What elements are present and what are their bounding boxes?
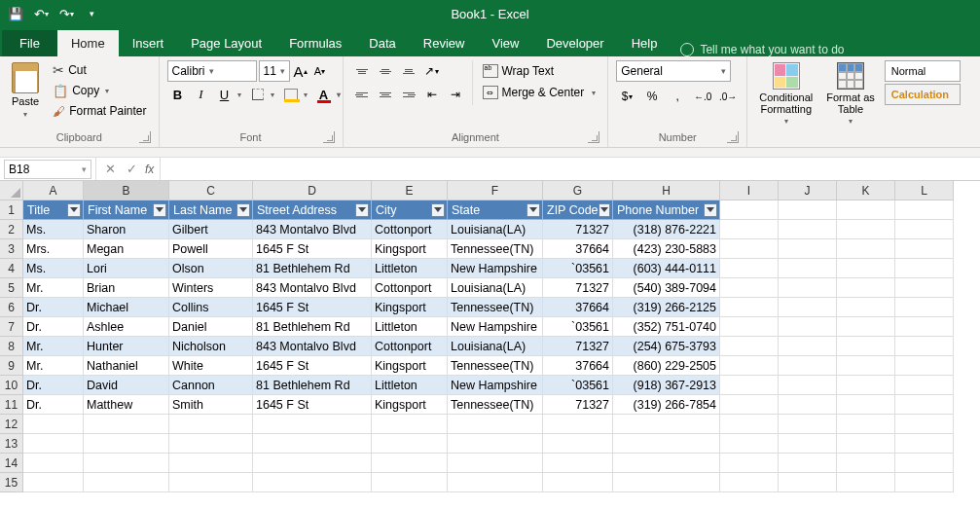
cell-I8[interactable] [720, 337, 779, 356]
filter-button[interactable] [236, 203, 250, 217]
cell-I5[interactable] [720, 278, 779, 298]
cell-B12[interactable] [84, 415, 169, 434]
filter-button[interactable] [599, 203, 610, 217]
cell-C5[interactable]: Winters [169, 278, 253, 298]
cell-J3[interactable] [779, 239, 837, 259]
cell-I13[interactable] [720, 434, 779, 454]
alignment-dialog-launcher[interactable] [588, 131, 599, 143]
cell-G13[interactable] [543, 434, 613, 454]
cell-I10[interactable] [720, 376, 779, 395]
column-header-I[interactable]: I [720, 181, 779, 200]
cell-L12[interactable] [895, 415, 954, 434]
cell-B9[interactable]: Nathaniel [84, 356, 169, 376]
row-header-1[interactable]: 1 [0, 200, 23, 220]
cell-style-normal[interactable]: Normal [885, 60, 961, 82]
cell-C6[interactable]: Collins [169, 298, 253, 317]
cell-L13[interactable] [895, 434, 954, 454]
cell-F4[interactable]: New Hampshire [448, 259, 543, 278]
font-size-combo[interactable]: 11▾ [259, 60, 290, 82]
decrease-decimal-button[interactable]: .0→ [717, 86, 739, 107]
cell-J15[interactable] [779, 473, 837, 492]
cell-L6[interactable] [895, 298, 954, 317]
cell-L5[interactable] [895, 278, 954, 298]
increase-font-button[interactable]: A▴ [292, 60, 309, 82]
cell-A2[interactable]: Ms. [23, 220, 84, 239]
cell-D4[interactable]: 81 Bethlehem Rd [253, 259, 372, 278]
merge-center-button[interactable]: ⇔Merge & Center▾ [479, 82, 600, 103]
cell-E8[interactable]: Cottonport [372, 337, 448, 356]
row-header-6[interactable]: 6 [0, 298, 23, 317]
cell-C15[interactable] [169, 473, 253, 492]
cell-D2[interactable]: 843 Montalvo Blvd [253, 220, 372, 239]
cell-I11[interactable] [720, 395, 779, 415]
cell-K14[interactable] [837, 454, 895, 473]
conditional-formatting-button[interactable]: Conditional Formatting ▾ [755, 60, 817, 127]
cell-K15[interactable] [837, 473, 895, 492]
cell-G4[interactable]: `03561 [543, 259, 613, 278]
cell-B1[interactable]: First Name [84, 200, 169, 220]
cell-G14[interactable] [543, 454, 613, 473]
italic-button[interactable]: I [191, 84, 212, 105]
cell-E11[interactable]: Kingsport [372, 395, 448, 415]
cell-J6[interactable] [779, 298, 837, 317]
cell-G7[interactable]: `03561 [543, 317, 613, 337]
row-header-4[interactable]: 4 [0, 259, 23, 278]
cell-E1[interactable]: City [372, 200, 448, 220]
cell-J1[interactable] [779, 200, 837, 220]
tab-developer[interactable]: Developer [532, 30, 617, 56]
cell-F9[interactable]: Tennessee(TN) [448, 356, 543, 376]
decrease-font-button[interactable]: A▾ [311, 60, 329, 82]
cell-J14[interactable] [779, 454, 837, 473]
tab-help[interactable]: Help [618, 30, 671, 56]
cell-B15[interactable] [84, 473, 169, 492]
cell-C14[interactable] [169, 454, 253, 473]
cell-L2[interactable] [895, 220, 954, 239]
cell-H3[interactable]: (423) 230-5883 [613, 239, 720, 259]
cell-D14[interactable] [253, 454, 372, 473]
cell-K7[interactable] [837, 317, 895, 337]
cell-K2[interactable] [837, 220, 895, 239]
orientation-button[interactable]: ↗▾ [421, 60, 443, 82]
row-header-5[interactable]: 5 [0, 278, 23, 298]
cell-J4[interactable] [779, 259, 837, 278]
cell-E5[interactable]: Cottonport [372, 278, 448, 298]
cell-E2[interactable]: Cottonport [372, 220, 448, 239]
cell-K11[interactable] [837, 395, 895, 415]
save-icon[interactable]: 💾 [4, 4, 27, 23]
column-header-F[interactable]: F [448, 181, 543, 200]
number-dialog-launcher[interactable] [727, 131, 739, 143]
cell-A11[interactable]: Dr. [23, 395, 84, 415]
number-format-combo[interactable]: General▾ [616, 60, 731, 82]
cell-L8[interactable] [895, 337, 954, 356]
cell-L4[interactable] [895, 259, 954, 278]
cell-J8[interactable] [779, 337, 837, 356]
cell-F6[interactable]: Tennessee(TN) [448, 298, 543, 317]
cell-D10[interactable]: 81 Bethlehem Rd [253, 376, 372, 395]
row-header-3[interactable]: 3 [0, 239, 23, 259]
tab-file[interactable]: File [2, 30, 57, 56]
cell-B11[interactable]: Matthew [84, 395, 169, 415]
cell-C11[interactable]: Smith [169, 395, 253, 415]
cell-K1[interactable] [837, 200, 895, 220]
fx-label[interactable]: fx [145, 163, 154, 176]
font-name-combo[interactable]: Calibri▾ [167, 60, 257, 82]
cell-I4[interactable] [720, 259, 779, 278]
cell-K8[interactable] [837, 337, 895, 356]
paste-button[interactable]: Paste▾ [8, 60, 43, 122]
cell-B8[interactable]: Hunter [84, 337, 169, 356]
cell-K9[interactable] [837, 356, 895, 376]
cell-E12[interactable] [372, 415, 448, 434]
copy-button[interactable]: 📋Copy▾ [49, 81, 150, 100]
cell-I6[interactable] [720, 298, 779, 317]
cell-H4[interactable]: (603) 444-0111 [613, 259, 720, 278]
cell-G3[interactable]: 37664 [543, 239, 613, 259]
row-header-13[interactable]: 13 [0, 434, 23, 454]
cell-B14[interactable] [84, 454, 169, 473]
cell-C2[interactable]: Gilbert [169, 220, 253, 239]
row-header-9[interactable]: 9 [0, 356, 23, 376]
underline-button[interactable]: U▾ [214, 84, 236, 105]
cell-B13[interactable] [84, 434, 169, 454]
cell-E6[interactable]: Kingsport [372, 298, 448, 317]
cell-G6[interactable]: 37664 [543, 298, 613, 317]
bold-button[interactable]: B [167, 84, 189, 105]
